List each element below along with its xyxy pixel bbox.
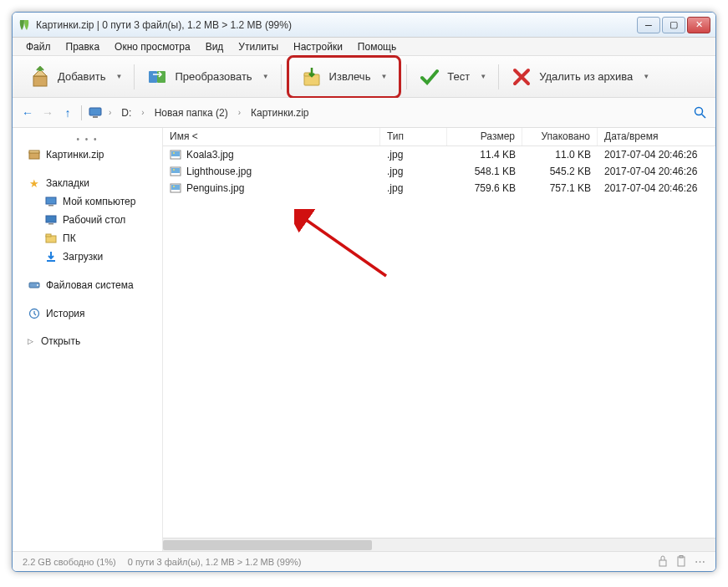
image-icon [170, 182, 181, 194]
separator [406, 64, 407, 89]
menu-utilities[interactable]: Утилиты [232, 39, 285, 54]
close-button[interactable]: ✕ [687, 17, 710, 33]
file-packed: 757.1 KB [522, 181, 598, 196]
maximize-button[interactable]: ▢ [662, 17, 685, 33]
sidebar-item-desktop[interactable]: Рабочий стол [13, 211, 162, 229]
file-type: .jpg [380, 181, 447, 196]
svg-rect-1 [149, 71, 157, 83]
sidebar-item-computer[interactable]: Мой компьютер [13, 192, 162, 211]
column-headers: Имя < Тип Размер Упаковано Дата/время [163, 128, 715, 146]
extract-highlight: Извлечь ▼ [287, 55, 402, 99]
delete-label: Удалить из архива [539, 70, 633, 83]
computer-icon[interactable] [89, 107, 102, 119]
sidebar-archive[interactable]: Картинки.zip [13, 145, 162, 164]
delete-button[interactable]: Удалить из архива ▼ [504, 61, 656, 93]
file-row[interactable]: Penguins.jpg .jpg 759.6 KB 757.1 KB 2017… [163, 180, 715, 197]
chevron-right-icon[interactable]: › [238, 108, 241, 117]
sidebar-open[interactable]: ▷ Открыть [13, 333, 162, 350]
window-frame: Картинки.zip | 0 пути 3 файл(ы), 1.2 MB … [12, 12, 716, 572]
column-date[interactable]: Дата/время [598, 128, 715, 145]
file-name: Koala3.jpg [186, 149, 234, 161]
path-segment[interactable]: D: [118, 105, 135, 120]
add-icon [29, 66, 51, 88]
menu-view-window[interactable]: Окно просмотра [108, 39, 197, 54]
status-icons: ⋯ [658, 555, 705, 568]
sidebar: • • • Картинки.zip ★ Закладки Мой компью… [13, 128, 163, 551]
menu-help[interactable]: Помощь [351, 39, 403, 54]
chevron-down-icon: ▼ [115, 73, 122, 80]
svg-rect-25 [171, 168, 180, 173]
column-name[interactable]: Имя < [163, 128, 380, 145]
extract-icon [301, 66, 323, 88]
svg-rect-14 [48, 223, 53, 225]
titlebar[interactable]: Картинки.zip | 0 пути 3 файл(ы), 1.2 MB … [13, 13, 715, 38]
add-label: Добавить [58, 70, 105, 83]
sidebar-item-downloads[interactable]: Загрузки [13, 248, 162, 266]
svg-rect-22 [171, 151, 180, 156]
path-segment[interactable]: Новая папка (2) [151, 105, 232, 120]
forward-button[interactable]: → [41, 106, 54, 120]
chevron-down-icon: ▼ [643, 73, 649, 80]
sidebar-filesystem[interactable]: Файловая система [13, 276, 162, 294]
file-row[interactable]: Koala3.jpg .jpg 11.4 KB 11.0 KB 2017-07-… [163, 146, 715, 163]
sidebar-archive-label: Картинки.zip [46, 149, 104, 161]
svg-rect-30 [659, 560, 666, 566]
separator [281, 64, 282, 89]
add-button[interactable]: Добавить ▼ [23, 61, 129, 93]
svg-rect-6 [93, 116, 98, 118]
chevron-right-icon[interactable]: › [109, 108, 111, 117]
monitor-icon [44, 195, 58, 208]
status-selection: 0 пути 3 файл(ы), 1.2 MB > 1.2 MB (99%) [128, 557, 302, 567]
chevron-down-icon: ▼ [480, 73, 486, 80]
path-segment[interactable]: Картинки.zip [247, 105, 313, 120]
extract-label: Извлечь [329, 70, 371, 83]
sidebar-filesystem-label: Файловая система [46, 279, 134, 291]
lock-icon[interactable] [658, 555, 668, 568]
svg-point-23 [173, 152, 175, 154]
convert-button[interactable]: Преобразовать ▼ [140, 61, 275, 93]
test-label: Тест [447, 70, 470, 83]
column-packed[interactable]: Упаковано [522, 128, 598, 145]
sidebar-bookmarks[interactable]: ★ Закладки [13, 174, 162, 192]
svg-rect-10 [29, 151, 39, 153]
scrollbar-thumb[interactable] [163, 540, 372, 550]
sidebar-history-label: История [46, 308, 85, 319]
dots-icon[interactable]: ⋯ [695, 555, 705, 568]
search-icon[interactable] [694, 106, 707, 120]
test-button[interactable]: Тест ▼ [412, 61, 493, 93]
file-date: 2017-07-04 20:46:26 [598, 164, 715, 179]
clipboard-icon[interactable] [676, 555, 686, 568]
clock-icon [28, 307, 41, 320]
column-size[interactable]: Размер [447, 128, 522, 145]
extract-button[interactable]: Извлечь ▼ [294, 61, 395, 93]
menu-view[interactable]: Вид [199, 39, 231, 54]
chevron-down-icon: ▼ [262, 73, 269, 80]
image-icon [170, 149, 181, 161]
file-row[interactable]: Lighthouse.jpg .jpg 548.1 KB 545.2 KB 20… [163, 163, 715, 180]
menu-edit[interactable]: Правка [59, 39, 107, 54]
horizontal-scrollbar[interactable] [163, 538, 715, 551]
minimize-button[interactable]: ─ [637, 17, 660, 33]
pathbar: ← → ↑ › D: › Новая папка (2) › Картинки.… [13, 98, 715, 128]
file-type: .jpg [380, 164, 447, 179]
back-button[interactable]: ← [21, 106, 34, 120]
svg-point-7 [695, 107, 703, 115]
sidebar-history[interactable]: История [13, 304, 162, 323]
sidebar-item-label: Мой компьютер [63, 196, 135, 207]
statusbar: 2.2 GB свободно (1%) 0 пути 3 файл(ы), 1… [13, 551, 715, 571]
sidebar-item-pc[interactable]: ПК [13, 229, 162, 248]
file-date: 2017-07-04 20:46:26 [598, 181, 715, 196]
chevron-right-icon[interactable]: › [141, 108, 144, 117]
menu-file[interactable]: Файл [19, 39, 58, 54]
image-icon [170, 166, 181, 177]
triangle-right-icon: ▷ [28, 337, 36, 345]
svg-rect-12 [48, 205, 53, 207]
file-size: 759.6 KB [447, 181, 522, 196]
file-packed: 11.0 KB [522, 147, 598, 162]
file-packed: 545.2 KB [522, 164, 598, 179]
column-type[interactable]: Тип [380, 128, 447, 145]
menu-settings[interactable]: Настройки [287, 39, 349, 54]
up-button[interactable]: ↑ [61, 106, 74, 120]
file-size: 11.4 KB [447, 147, 522, 162]
star-icon: ★ [28, 176, 41, 190]
